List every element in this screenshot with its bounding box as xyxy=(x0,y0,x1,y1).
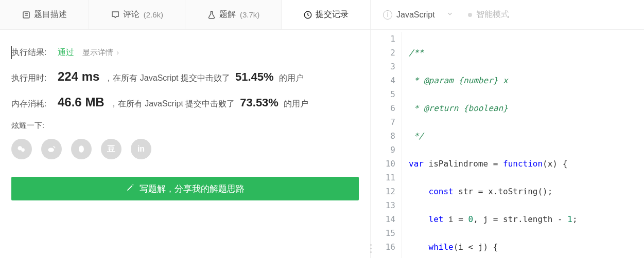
tab-solutions[interactable]: 题解 (3.7k) xyxy=(185,0,282,29)
show-detail-button[interactable]: 显示详情 › xyxy=(82,48,119,58)
tab-bar: 题目描述 评论 (2.6k) 题解 (3.7k) 提交记录 xyxy=(0,0,370,30)
flask-icon xyxy=(207,10,216,20)
share-label: 炫耀一下: xyxy=(11,121,44,131)
tab-count: (3.7k) xyxy=(240,10,259,19)
tab-comments[interactable]: 评论 (2.6k) xyxy=(89,0,185,29)
dot-icon xyxy=(468,13,472,17)
code-content: /** * @param {number} x * @return {boole… xyxy=(409,30,644,258)
chevron-down-icon xyxy=(446,10,454,20)
tab-count: (2.6k) xyxy=(144,10,163,19)
svg-point-6 xyxy=(48,148,54,152)
metric-tail: 的用户 xyxy=(279,73,304,84)
comment-icon xyxy=(111,10,120,20)
metric-percent: 73.53% xyxy=(240,96,279,109)
pane-resize-handle[interactable] xyxy=(370,30,372,258)
tab-description[interactable]: 题目描述 xyxy=(0,0,89,29)
language-select[interactable]: i JavaScript xyxy=(383,10,454,20)
metric-percent: 51.45% xyxy=(235,70,274,84)
write-solution-button[interactable]: 写题解，分享我的解题思路 xyxy=(11,177,359,200)
info-icon: i xyxy=(383,10,392,20)
metric-value: 224 ms xyxy=(58,69,99,84)
metric-tail: 的用户 xyxy=(284,99,308,109)
douban-icon[interactable]: 豆 xyxy=(101,139,121,159)
metric-value: 46.6 MB xyxy=(58,95,105,109)
metric-text: ，在所有 JavaScript 提交中击败了 xyxy=(110,99,235,109)
metric-text: ，在所有 JavaScript 提交中击败了 xyxy=(105,73,230,84)
status-badge: 通过 xyxy=(58,47,74,58)
chevron-right-icon: › xyxy=(114,48,119,57)
code-editor[interactable]: 12345678910111213141516 /** * @param {nu… xyxy=(371,30,644,258)
tab-submissions[interactable]: 提交记录 xyxy=(282,0,370,29)
editor-toolbar: i JavaScript 智能模式 xyxy=(371,0,644,30)
weibo-icon[interactable] xyxy=(41,139,62,159)
mode-label: 智能模式 xyxy=(476,9,509,20)
result-label: 执行结果: xyxy=(11,47,53,58)
tab-label: 评论 xyxy=(123,9,140,20)
clock-icon xyxy=(303,10,312,20)
share-icons: 豆 in xyxy=(11,139,359,159)
linkedin-icon[interactable]: in xyxy=(131,139,151,159)
tab-label: 题目描述 xyxy=(34,9,67,20)
cta-label: 写题解，分享我的解题思路 xyxy=(140,183,245,195)
smart-mode-toggle[interactable]: 智能模式 xyxy=(468,9,509,20)
left-panel: 题目描述 评论 (2.6k) 题解 (3.7k) 提交记录 xyxy=(0,0,371,258)
tab-label: 提交记录 xyxy=(316,9,349,20)
svg-point-5 xyxy=(21,148,25,152)
line-gutter: 12345678910111213141516 xyxy=(371,30,402,258)
document-icon xyxy=(22,10,31,20)
metric-label: 执行用时: xyxy=(11,73,53,84)
tab-label: 题解 xyxy=(219,9,236,20)
language-label: JavaScript xyxy=(396,10,435,20)
result-pane: 执行结果: 通过 显示详情 › 执行用时: 224 ms ，在所有 JavaSc… xyxy=(0,30,370,258)
metric-label: 内存消耗: xyxy=(11,99,53,109)
svg-point-7 xyxy=(79,145,84,152)
right-panel: i JavaScript 智能模式 1234567891011121314151… xyxy=(371,0,644,258)
qq-icon[interactable] xyxy=(71,139,92,159)
wechat-icon[interactable] xyxy=(11,139,32,159)
pencil-icon xyxy=(126,183,134,194)
